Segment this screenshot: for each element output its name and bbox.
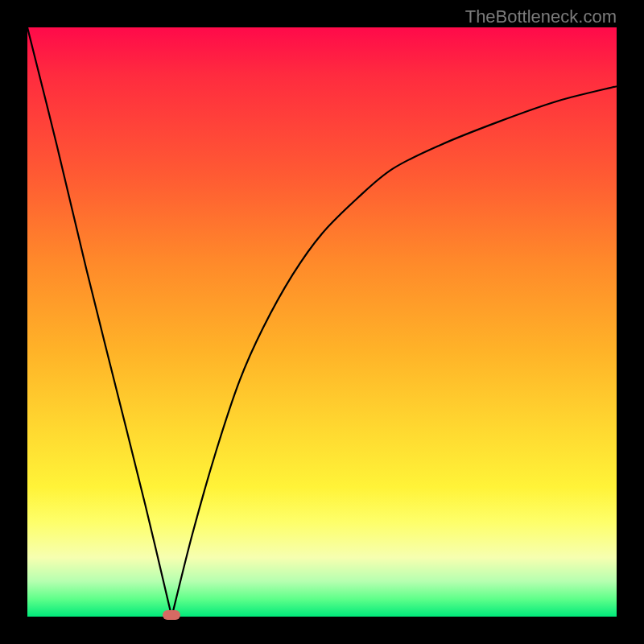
optimum-marker <box>163 610 180 620</box>
bottleneck-curve <box>27 27 617 617</box>
watermark-text: TheBottleneck.com <box>465 6 617 27</box>
curve-path <box>27 27 617 617</box>
chart-frame: TheBottleneck.com <box>0 0 644 644</box>
